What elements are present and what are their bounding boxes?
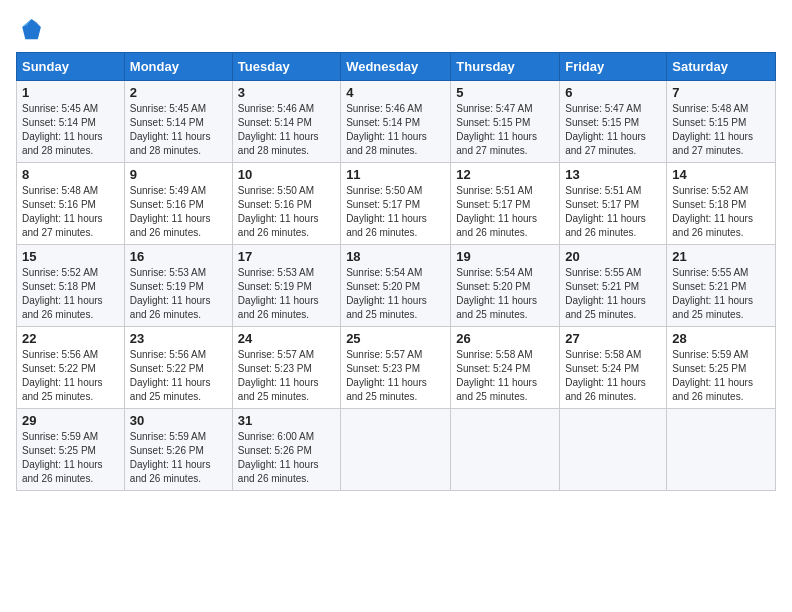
day-detail: Sunrise: 5:46 AMSunset: 5:14 PMDaylight:… xyxy=(346,103,427,156)
day-number: 5 xyxy=(456,85,554,100)
day-detail: Sunrise: 5:56 AMSunset: 5:22 PMDaylight:… xyxy=(130,349,211,402)
calendar-header-row: SundayMondayTuesdayWednesdayThursdayFrid… xyxy=(17,53,776,81)
day-number: 7 xyxy=(672,85,770,100)
calendar-day-23: 23Sunrise: 5:56 AMSunset: 5:22 PMDayligh… xyxy=(124,327,232,409)
day-number: 20 xyxy=(565,249,661,264)
day-detail: Sunrise: 5:56 AMSunset: 5:22 PMDaylight:… xyxy=(22,349,103,402)
svg-marker-0 xyxy=(22,19,41,39)
calendar-day-7: 7Sunrise: 5:48 AMSunset: 5:15 PMDaylight… xyxy=(667,81,776,163)
day-detail: Sunrise: 5:55 AMSunset: 5:21 PMDaylight:… xyxy=(565,267,646,320)
column-header-monday: Monday xyxy=(124,53,232,81)
calendar-day-5: 5Sunrise: 5:47 AMSunset: 5:15 PMDaylight… xyxy=(451,81,560,163)
day-detail: Sunrise: 5:47 AMSunset: 5:15 PMDaylight:… xyxy=(456,103,537,156)
day-detail: Sunrise: 5:53 AMSunset: 5:19 PMDaylight:… xyxy=(130,267,211,320)
day-detail: Sunrise: 5:47 AMSunset: 5:15 PMDaylight:… xyxy=(565,103,646,156)
calendar-day-9: 9Sunrise: 5:49 AMSunset: 5:16 PMDaylight… xyxy=(124,163,232,245)
day-number: 21 xyxy=(672,249,770,264)
calendar-week-1: 1Sunrise: 5:45 AMSunset: 5:14 PMDaylight… xyxy=(17,81,776,163)
calendar-day-empty xyxy=(560,409,667,491)
day-number: 1 xyxy=(22,85,119,100)
calendar-day-20: 20Sunrise: 5:55 AMSunset: 5:21 PMDayligh… xyxy=(560,245,667,327)
calendar-day-2: 2Sunrise: 5:45 AMSunset: 5:14 PMDaylight… xyxy=(124,81,232,163)
day-number: 8 xyxy=(22,167,119,182)
day-number: 4 xyxy=(346,85,445,100)
calendar-day-30: 30Sunrise: 5:59 AMSunset: 5:26 PMDayligh… xyxy=(124,409,232,491)
logo-icon xyxy=(16,16,44,44)
calendar-day-27: 27Sunrise: 5:58 AMSunset: 5:24 PMDayligh… xyxy=(560,327,667,409)
day-detail: Sunrise: 6:00 AMSunset: 5:26 PMDaylight:… xyxy=(238,431,319,484)
column-header-tuesday: Tuesday xyxy=(232,53,340,81)
day-number: 18 xyxy=(346,249,445,264)
calendar-day-6: 6Sunrise: 5:47 AMSunset: 5:15 PMDaylight… xyxy=(560,81,667,163)
calendar-day-28: 28Sunrise: 5:59 AMSunset: 5:25 PMDayligh… xyxy=(667,327,776,409)
day-detail: Sunrise: 5:54 AMSunset: 5:20 PMDaylight:… xyxy=(346,267,427,320)
calendar-day-1: 1Sunrise: 5:45 AMSunset: 5:14 PMDaylight… xyxy=(17,81,125,163)
day-number: 26 xyxy=(456,331,554,346)
column-header-wednesday: Wednesday xyxy=(341,53,451,81)
calendar-day-8: 8Sunrise: 5:48 AMSunset: 5:16 PMDaylight… xyxy=(17,163,125,245)
day-detail: Sunrise: 5:55 AMSunset: 5:21 PMDaylight:… xyxy=(672,267,753,320)
calendar-day-12: 12Sunrise: 5:51 AMSunset: 5:17 PMDayligh… xyxy=(451,163,560,245)
calendar-day-19: 19Sunrise: 5:54 AMSunset: 5:20 PMDayligh… xyxy=(451,245,560,327)
calendar-day-empty xyxy=(451,409,560,491)
day-detail: Sunrise: 5:52 AMSunset: 5:18 PMDaylight:… xyxy=(672,185,753,238)
day-detail: Sunrise: 5:49 AMSunset: 5:16 PMDaylight:… xyxy=(130,185,211,238)
calendar-day-empty xyxy=(341,409,451,491)
calendar-day-26: 26Sunrise: 5:58 AMSunset: 5:24 PMDayligh… xyxy=(451,327,560,409)
day-number: 3 xyxy=(238,85,335,100)
page-header xyxy=(16,16,776,44)
calendar-day-11: 11Sunrise: 5:50 AMSunset: 5:17 PMDayligh… xyxy=(341,163,451,245)
day-number: 15 xyxy=(22,249,119,264)
day-detail: Sunrise: 5:52 AMSunset: 5:18 PMDaylight:… xyxy=(22,267,103,320)
calendar-day-18: 18Sunrise: 5:54 AMSunset: 5:20 PMDayligh… xyxy=(341,245,451,327)
day-detail: Sunrise: 5:50 AMSunset: 5:17 PMDaylight:… xyxy=(346,185,427,238)
day-number: 2 xyxy=(130,85,227,100)
calendar-week-4: 22Sunrise: 5:56 AMSunset: 5:22 PMDayligh… xyxy=(17,327,776,409)
day-number: 19 xyxy=(456,249,554,264)
logo xyxy=(16,16,48,44)
calendar-day-22: 22Sunrise: 5:56 AMSunset: 5:22 PMDayligh… xyxy=(17,327,125,409)
day-detail: Sunrise: 5:59 AMSunset: 5:26 PMDaylight:… xyxy=(130,431,211,484)
day-number: 27 xyxy=(565,331,661,346)
calendar-day-24: 24Sunrise: 5:57 AMSunset: 5:23 PMDayligh… xyxy=(232,327,340,409)
day-detail: Sunrise: 5:48 AMSunset: 5:16 PMDaylight:… xyxy=(22,185,103,238)
day-detail: Sunrise: 5:58 AMSunset: 5:24 PMDaylight:… xyxy=(456,349,537,402)
calendar-table: SundayMondayTuesdayWednesdayThursdayFrid… xyxy=(16,52,776,491)
day-number: 28 xyxy=(672,331,770,346)
day-number: 6 xyxy=(565,85,661,100)
day-number: 31 xyxy=(238,413,335,428)
day-detail: Sunrise: 5:54 AMSunset: 5:20 PMDaylight:… xyxy=(456,267,537,320)
day-detail: Sunrise: 5:50 AMSunset: 5:16 PMDaylight:… xyxy=(238,185,319,238)
day-number: 30 xyxy=(130,413,227,428)
calendar-day-31: 31Sunrise: 6:00 AMSunset: 5:26 PMDayligh… xyxy=(232,409,340,491)
column-header-friday: Friday xyxy=(560,53,667,81)
calendar-day-13: 13Sunrise: 5:51 AMSunset: 5:17 PMDayligh… xyxy=(560,163,667,245)
day-detail: Sunrise: 5:45 AMSunset: 5:14 PMDaylight:… xyxy=(22,103,103,156)
column-header-saturday: Saturday xyxy=(667,53,776,81)
column-header-sunday: Sunday xyxy=(17,53,125,81)
calendar-day-empty xyxy=(667,409,776,491)
calendar-day-15: 15Sunrise: 5:52 AMSunset: 5:18 PMDayligh… xyxy=(17,245,125,327)
day-detail: Sunrise: 5:51 AMSunset: 5:17 PMDaylight:… xyxy=(456,185,537,238)
day-number: 9 xyxy=(130,167,227,182)
day-number: 17 xyxy=(238,249,335,264)
day-detail: Sunrise: 5:46 AMSunset: 5:14 PMDaylight:… xyxy=(238,103,319,156)
calendar-day-10: 10Sunrise: 5:50 AMSunset: 5:16 PMDayligh… xyxy=(232,163,340,245)
calendar-day-29: 29Sunrise: 5:59 AMSunset: 5:25 PMDayligh… xyxy=(17,409,125,491)
day-number: 11 xyxy=(346,167,445,182)
day-number: 23 xyxy=(130,331,227,346)
day-detail: Sunrise: 5:51 AMSunset: 5:17 PMDaylight:… xyxy=(565,185,646,238)
column-header-thursday: Thursday xyxy=(451,53,560,81)
day-detail: Sunrise: 5:57 AMSunset: 5:23 PMDaylight:… xyxy=(238,349,319,402)
day-number: 16 xyxy=(130,249,227,264)
day-detail: Sunrise: 5:59 AMSunset: 5:25 PMDaylight:… xyxy=(22,431,103,484)
calendar-week-3: 15Sunrise: 5:52 AMSunset: 5:18 PMDayligh… xyxy=(17,245,776,327)
day-detail: Sunrise: 5:45 AMSunset: 5:14 PMDaylight:… xyxy=(130,103,211,156)
day-number: 24 xyxy=(238,331,335,346)
calendar-day-3: 3Sunrise: 5:46 AMSunset: 5:14 PMDaylight… xyxy=(232,81,340,163)
day-number: 10 xyxy=(238,167,335,182)
calendar-week-2: 8Sunrise: 5:48 AMSunset: 5:16 PMDaylight… xyxy=(17,163,776,245)
calendar-day-17: 17Sunrise: 5:53 AMSunset: 5:19 PMDayligh… xyxy=(232,245,340,327)
day-number: 13 xyxy=(565,167,661,182)
day-number: 14 xyxy=(672,167,770,182)
